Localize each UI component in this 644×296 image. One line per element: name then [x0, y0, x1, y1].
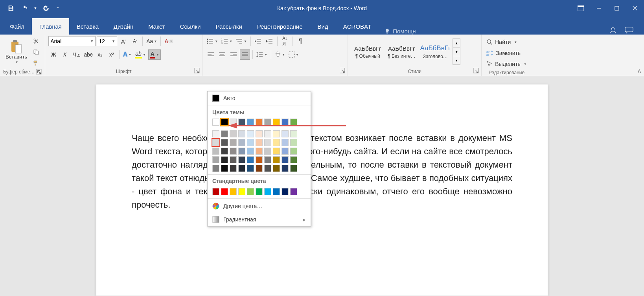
bullets-button[interactable]: ▼ — [206, 36, 219, 46]
theme-color-swatch[interactable] — [212, 119, 219, 126]
standard-color-swatch[interactable] — [282, 188, 289, 195]
theme-shade-swatch[interactable] — [238, 156, 245, 163]
justify-button[interactable] — [240, 49, 250, 60]
theme-shade-swatch[interactable] — [256, 148, 263, 155]
theme-shade-swatch[interactable] — [221, 156, 228, 163]
maximize-button[interactable] — [608, 0, 626, 16]
theme-shade-swatch[interactable] — [238, 165, 245, 172]
standard-color-swatch[interactable] — [247, 188, 254, 195]
font-color-button[interactable]: A▼ — [148, 49, 161, 60]
tab-file[interactable]: Файл — [2, 18, 32, 35]
align-left-button[interactable] — [206, 49, 216, 60]
strikethrough-button[interactable]: abc — [83, 49, 94, 60]
line-spacing-button[interactable]: ▼ — [255, 49, 269, 60]
theme-shade-swatch[interactable] — [290, 148, 297, 155]
tab-view[interactable]: Вид — [310, 18, 336, 35]
theme-shade-swatch[interactable] — [273, 139, 280, 146]
theme-shade-swatch[interactable] — [212, 148, 219, 155]
tab-design[interactable]: Дизайн — [106, 18, 141, 35]
standard-color-swatch[interactable] — [264, 188, 271, 195]
theme-shade-swatch[interactable] — [282, 156, 289, 163]
theme-shade-swatch[interactable] — [282, 148, 289, 155]
show-marks-button[interactable]: ¶ — [295, 36, 305, 46]
theme-shade-swatch[interactable] — [212, 139, 219, 146]
theme-shade-swatch[interactable] — [221, 130, 228, 137]
theme-shade-swatch[interactable] — [221, 139, 228, 146]
numbering-button[interactable]: 123▼ — [220, 36, 234, 46]
gradient-fill[interactable]: Градиентная ▶ — [208, 213, 311, 226]
theme-shade-swatch[interactable] — [256, 165, 263, 172]
subscript-button[interactable]: x₂ — [95, 49, 105, 60]
theme-color-swatch[interactable] — [230, 119, 237, 126]
document-area[interactable]: Чаще всего необходимость убрать фон за т… — [0, 76, 644, 296]
theme-shade-swatch[interactable] — [273, 148, 280, 155]
theme-shade-swatch[interactable] — [273, 156, 280, 163]
bold-button[interactable]: Ж — [48, 49, 59, 60]
tab-home[interactable]: Главная — [32, 18, 69, 35]
standard-color-swatch[interactable] — [221, 188, 228, 195]
document-text[interactable]: Чаще всего необходимость убрать фон за т… — [132, 132, 512, 212]
qat-customize[interactable]: ⁼ — [54, 2, 61, 14]
style-no-spacing[interactable]: АаБбВвГг¶ Без инте… — [385, 38, 418, 66]
sort-button[interactable]: А↓Я — [280, 36, 290, 46]
shading-button[interactable]: ▼ — [274, 49, 286, 60]
theme-shade-swatch[interactable] — [230, 148, 237, 155]
tab-review[interactable]: Рецензирование — [250, 18, 310, 35]
theme-shade-swatch[interactable] — [282, 130, 289, 137]
theme-shade-swatch[interactable] — [290, 156, 297, 163]
theme-color-swatch[interactable] — [290, 119, 297, 126]
increase-indent-button[interactable] — [265, 36, 275, 46]
paragraph-dialog-launcher[interactable] — [340, 68, 345, 73]
theme-color-swatch[interactable] — [238, 119, 245, 126]
save-button[interactable] — [5, 2, 17, 14]
theme-shade-swatch[interactable] — [238, 148, 245, 155]
close-button[interactable] — [626, 0, 644, 16]
change-case-button[interactable]: Aa▼ — [145, 36, 158, 46]
theme-shade-swatch[interactable] — [282, 139, 289, 146]
standard-color-swatch[interactable] — [230, 188, 237, 195]
collapse-ribbon-button[interactable]: ᐱ — [638, 69, 641, 74]
redo-button[interactable] — [40, 2, 52, 14]
tab-acrobat[interactable]: ACROBAT — [336, 18, 379, 35]
italic-button[interactable]: К — [60, 49, 70, 60]
shrink-font-button[interactable]: Aˇ — [130, 36, 140, 46]
theme-shade-swatch[interactable] — [230, 139, 237, 146]
standard-color-swatch[interactable] — [273, 188, 280, 195]
tell-me-search[interactable]: Помощн — [379, 28, 421, 35]
theme-shade-swatch[interactable] — [273, 130, 280, 137]
theme-shade-swatch[interactable] — [212, 165, 219, 172]
theme-shade-swatch[interactable] — [264, 165, 271, 172]
undo-dropdown[interactable]: ▼ — [33, 2, 38, 14]
theme-color-swatch[interactable] — [264, 119, 271, 126]
undo-button[interactable] — [19, 2, 31, 14]
align-center-button[interactable] — [217, 49, 227, 60]
highlight-button[interactable]: ab▼ — [134, 49, 147, 60]
font-size-combo[interactable]: 12▼ — [97, 36, 117, 46]
align-right-button[interactable] — [228, 49, 239, 60]
cut-button[interactable] — [31, 36, 41, 46]
theme-shade-swatch[interactable] — [212, 130, 219, 137]
color-auto[interactable]: Авто — [208, 91, 311, 105]
paste-button[interactable]: Вставить ▼ — [3, 36, 29, 68]
theme-shade-swatch[interactable] — [264, 139, 271, 146]
share-icon[interactable] — [609, 26, 617, 35]
theme-shade-swatch[interactable] — [221, 148, 228, 155]
standard-color-swatch[interactable] — [212, 188, 219, 195]
style-normal[interactable]: АаБбВвГг¶ Обычный — [351, 38, 384, 66]
theme-color-swatch[interactable] — [273, 119, 280, 126]
clipboard-dialog-launcher[interactable] — [36, 69, 42, 75]
theme-shade-swatch[interactable] — [238, 139, 245, 146]
font-name-combo[interactable]: Arial▼ — [48, 36, 96, 46]
theme-shade-swatch[interactable] — [230, 156, 237, 163]
minimize-button[interactable] — [590, 0, 608, 16]
standard-color-swatch[interactable] — [290, 188, 297, 195]
superscript-button[interactable]: x² — [107, 49, 117, 60]
borders-button[interactable]: ▼ — [287, 49, 300, 60]
more-colors[interactable]: Другие цвета… — [208, 199, 311, 213]
theme-shade-swatch[interactable] — [290, 165, 297, 172]
theme-color-swatch[interactable] — [282, 119, 289, 126]
theme-shade-swatch[interactable] — [290, 139, 297, 146]
theme-shade-swatch[interactable] — [247, 156, 254, 163]
standard-color-swatch[interactable] — [238, 188, 245, 195]
text-effects-button[interactable]: A▼ — [122, 49, 132, 60]
